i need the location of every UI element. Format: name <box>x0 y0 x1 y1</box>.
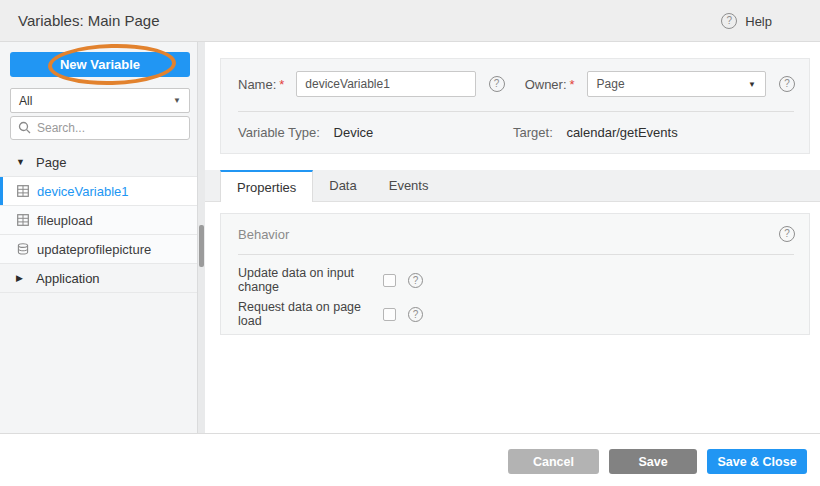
window-header: Variables: Main Page ? Help <box>0 0 820 42</box>
name-owner-row: Name: * ? Owner: * Page ▼ ? <box>238 71 795 97</box>
search-input[interactable] <box>10 116 190 140</box>
type-target-row: Variable Type: Device Target: calendar/g… <box>238 125 795 143</box>
behavior-section: Behavior ? Update data on input change ?… <box>220 213 810 335</box>
cancel-button[interactable]: Cancel <box>508 449 599 474</box>
variable-summary-panel: Name: * ? Owner: * Page ▼ ? Variable Typ… <box>220 58 810 154</box>
tree-group-label: Application <box>36 271 100 286</box>
owner-help-icon[interactable]: ? <box>779 76 795 92</box>
tree-group-label: Page <box>36 155 66 170</box>
tree-item-label: updateprofilepicture <box>37 242 151 257</box>
target-group: Target: calendar/getEvents <box>513 125 678 140</box>
detail-tabs: Properties Data Events <box>205 170 820 202</box>
variable-detail-panel: Name: * ? Owner: * Page ▼ ? Variable Typ… <box>205 42 820 433</box>
owner-select-value: Page <box>597 77 625 91</box>
option-row-update-data: Update data on input change ? <box>238 272 423 288</box>
tab-data[interactable]: Data <box>313 170 372 201</box>
behavior-header: Behavior ? <box>238 225 795 243</box>
save-close-button[interactable]: Save & Close <box>707 449 807 474</box>
name-input[interactable] <box>296 71 475 97</box>
update-data-checkbox[interactable] <box>383 274 396 287</box>
tree-item-fileupload[interactable]: fileupload <box>0 206 197 235</box>
name-label: Name: <box>238 77 276 92</box>
tree-group-application[interactable]: ▶ Application <box>0 264 197 293</box>
request-data-checkbox[interactable] <box>383 308 396 321</box>
tree-expand-icon: ▼ <box>16 157 28 167</box>
tree-group-page[interactable]: ▼ Page <box>0 148 197 177</box>
help-label: Help <box>745 14 772 29</box>
owner-label: Owner: <box>525 77 567 92</box>
panel-divider <box>238 254 794 255</box>
tree-item-devicevariable1[interactable]: deviceVariable1 <box>0 177 197 206</box>
option-help-icon[interactable]: ? <box>408 307 423 322</box>
save-button[interactable]: Save <box>609 449 697 474</box>
tree-item-updateprofilepicture[interactable]: updateprofilepicture <box>0 235 197 264</box>
chevron-down-icon: ▼ <box>748 80 756 89</box>
name-help-icon[interactable]: ? <box>489 76 505 92</box>
required-asterisk: * <box>570 77 575 92</box>
help-icon: ? <box>721 13 737 29</box>
variable-filter-value: All <box>19 94 32 108</box>
variables-sidebar: New Variable All ▼ ▼ Page deviceVariable… <box>0 42 205 433</box>
tab-properties[interactable]: Properties <box>220 170 313 202</box>
variable-tree: ▼ Page deviceVariable1 fileupload <box>0 148 197 293</box>
required-asterisk: * <box>279 77 284 92</box>
option-label: Update data on input change <box>238 266 383 294</box>
device-variable-icon <box>17 214 29 226</box>
panel-divider <box>238 111 794 112</box>
page-title: Variables: Main Page <box>18 12 159 29</box>
footer-actions: Cancel Save Save & Close <box>0 433 820 486</box>
sidebar-scrollbar-thumb[interactable] <box>199 225 204 267</box>
new-variable-button[interactable]: New Variable <box>10 52 190 77</box>
chevron-down-icon: ▼ <box>173 96 181 105</box>
tree-item-label: fileupload <box>37 213 93 228</box>
target-label: Target: <box>513 125 553 140</box>
device-variable-icon <box>17 185 29 197</box>
tree-collapse-icon: ▶ <box>16 273 28 283</box>
behavior-title: Behavior <box>238 227 289 242</box>
option-row-request-data: Request data on page load ? <box>238 306 423 322</box>
owner-select[interactable]: Page ▼ <box>587 71 766 97</box>
option-label: Request data on page load <box>238 300 383 328</box>
tree-item-label: deviceVariable1 <box>37 184 129 199</box>
search-box <box>10 116 190 140</box>
variable-filter-select[interactable]: All ▼ <box>10 88 190 113</box>
sidebar-scrollbar[interactable] <box>197 42 205 433</box>
variable-type-label: Variable Type: <box>238 125 320 140</box>
variable-type-value: Device <box>334 125 374 140</box>
search-icon <box>18 121 31 134</box>
option-help-icon[interactable]: ? <box>408 273 423 288</box>
help-button[interactable]: ? Help <box>721 0 772 42</box>
service-variable-icon <box>17 243 29 255</box>
behavior-help-icon[interactable]: ? <box>779 226 795 242</box>
tab-events[interactable]: Events <box>373 170 445 201</box>
target-value: calendar/getEvents <box>566 125 677 140</box>
